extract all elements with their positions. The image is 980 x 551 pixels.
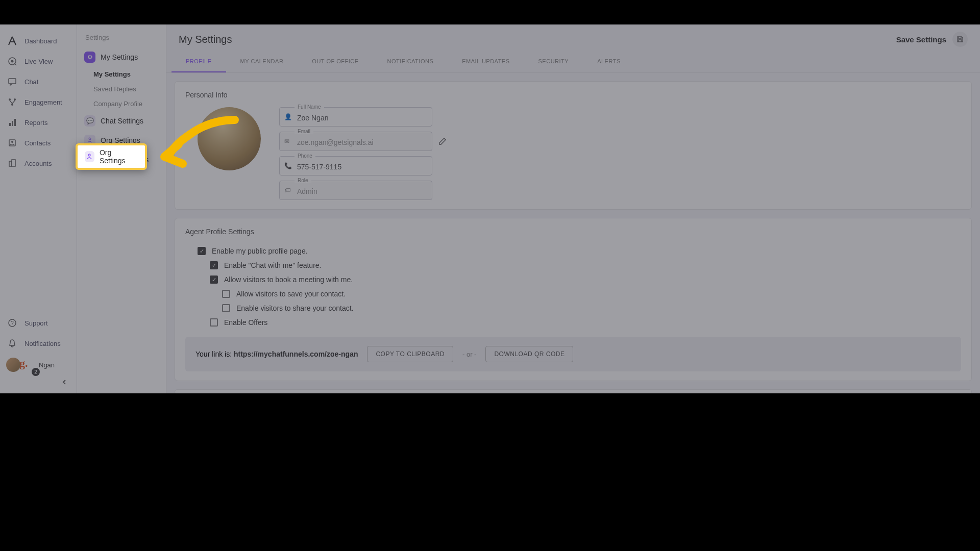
- opt-chat-with-me[interactable]: ✓ Enable "Chat with me" feature.: [185, 258, 961, 272]
- link-prefix: Your link is:: [195, 350, 234, 358]
- opt-label: Allow visitors to save your contact.: [236, 290, 346, 298]
- engagement-icon: [7, 97, 17, 107]
- opt-label: Enable Offers: [224, 318, 267, 327]
- checkbox[interactable]: [222, 290, 230, 298]
- tab-notifications[interactable]: NOTIFICATIONS: [373, 51, 448, 72]
- help-icon: ?: [7, 318, 17, 328]
- nav-logo[interactable]: Dashboard: [0, 31, 77, 51]
- checkbox[interactable]: [210, 318, 218, 327]
- or-separator: - or -: [462, 350, 476, 358]
- nav-contacts[interactable]: Contacts: [0, 133, 77, 153]
- opt-label: Enable visitors to share your contact.: [236, 304, 354, 312]
- bell-icon: [7, 338, 17, 348]
- checkbox[interactable]: [222, 304, 230, 312]
- role-input: [279, 181, 432, 200]
- personal-info-card: Personal Info 👤 Full Name ✉ Email: [175, 81, 972, 210]
- svg-point-1: [11, 60, 14, 63]
- download-qr-button[interactable]: DOWNLOAD QR CODE: [485, 346, 573, 362]
- g-badge: g.: [19, 357, 28, 370]
- tabs: PROFILE MY CALENDAR OUT OF OFFICE NOTIFI…: [166, 51, 980, 73]
- profile-avatar[interactable]: [198, 107, 261, 170]
- svg-point-17: [88, 154, 90, 156]
- link-url: https://mychatfunnels.com/zoe-ngan: [234, 350, 358, 358]
- svg-rect-6: [9, 123, 11, 126]
- nav-label: Chat: [24, 78, 38, 86]
- nav-label: Engagement: [24, 98, 62, 106]
- edit-email-button[interactable]: [438, 137, 447, 145]
- tab-security[interactable]: SECURITY: [524, 51, 583, 72]
- gear-icon: ⚙: [84, 52, 95, 63]
- checkbox[interactable]: ✓: [210, 261, 218, 269]
- tab-profile[interactable]: PROFILE: [172, 51, 226, 72]
- field-label: Phone: [295, 153, 315, 159]
- nav-liveview[interactable]: Live View: [0, 51, 77, 71]
- role-icon: 🏷: [284, 187, 290, 194]
- copy-clipboard-button[interactable]: COPY TO CLIPBOARD: [367, 346, 453, 362]
- svg-point-3: [9, 98, 11, 101]
- nav-chat[interactable]: Chat: [0, 71, 77, 92]
- nav-engagement[interactable]: Engagement: [0, 92, 77, 112]
- card-title: Personal Info: [185, 91, 961, 99]
- nav-rail: Dashboard Live View Chat Engagement Repo…: [0, 24, 77, 393]
- org-icon: [85, 151, 94, 162]
- email-icon: ✉: [284, 138, 289, 145]
- tab-calendar[interactable]: MY CALENDAR: [226, 51, 298, 72]
- logo-icon: [7, 36, 17, 46]
- pencil-icon: [438, 137, 447, 145]
- chat-settings-icon: 💬: [84, 115, 95, 127]
- opt-label: Allow visitors to book a meeting with me…: [224, 276, 353, 284]
- settings-group-mysettings[interactable]: ⚙ My Settings: [77, 47, 166, 67]
- opt-label: Enable "Chat with me" feature.: [224, 261, 321, 269]
- field-label: Full Name: [295, 104, 324, 110]
- reports-icon: [7, 117, 17, 128]
- tab-emailupdates[interactable]: EMAIL UPDATES: [448, 51, 524, 72]
- accounts-icon: [7, 158, 17, 168]
- opt-label: Enable my public profile page.: [212, 247, 308, 255]
- nav-accounts[interactable]: Accounts: [0, 153, 77, 173]
- tab-ooo[interactable]: OUT OF OFFICE: [298, 51, 373, 72]
- full-name-input[interactable]: [279, 107, 432, 127]
- collapse-nav-button[interactable]: [0, 376, 77, 388]
- settings-column: Settings ⚙ My Settings My Settings Saved…: [77, 24, 166, 393]
- field-label: Email: [295, 129, 313, 134]
- user-menu[interactable]: g. Ngan 2: [0, 354, 77, 376]
- tab-alerts[interactable]: ALERTS: [583, 51, 635, 72]
- notification-count: 2: [32, 368, 40, 376]
- svg-point-4: [14, 98, 16, 101]
- avatar: [6, 358, 20, 372]
- highlight-label: Org Settings: [100, 148, 134, 165]
- settings-sub-mysettings[interactable]: My Settings: [77, 67, 166, 82]
- svg-rect-7: [12, 121, 13, 126]
- opt-public-profile[interactable]: ✓ Enable my public profile page.: [185, 244, 961, 258]
- card-title: Agent Profile Settings: [185, 228, 961, 236]
- settings-sub-savedreplies[interactable]: Saved Replies: [77, 82, 166, 96]
- save-settings-button[interactable]: [952, 32, 968, 47]
- settings-group-chat[interactable]: 💬 Chat Settings: [77, 111, 166, 131]
- nav-label: Live View: [24, 58, 53, 65]
- nav-support[interactable]: ? Support: [0, 313, 77, 333]
- next-card-peek: [175, 389, 972, 393]
- nav-label: Reports: [24, 119, 48, 127]
- settings-sub-companyprofile[interactable]: Company Profile: [77, 96, 166, 111]
- main-content: My Settings Save Settings PROFILE MY CAL…: [166, 24, 980, 393]
- checkbox[interactable]: ✓: [210, 276, 218, 284]
- svg-rect-8: [14, 119, 16, 126]
- phone-icon: 📞: [284, 162, 292, 169]
- opt-offers[interactable]: Enable Offers: [185, 315, 961, 330]
- svg-text:?: ?: [11, 320, 14, 326]
- svg-point-5: [11, 104, 13, 106]
- profile-link-box: Your link is: https://mychatfunnels.com/…: [185, 337, 961, 371]
- phone-input[interactable]: [279, 156, 432, 176]
- chat-icon: [7, 77, 17, 87]
- nav-label: Accounts: [24, 160, 52, 167]
- opt-save-contact[interactable]: Allow visitors to save your contact.: [185, 287, 961, 301]
- opt-share-contact[interactable]: Enable visitors to share your contact.: [185, 301, 961, 315]
- opt-book-meeting[interactable]: ✓ Allow visitors to book a meeting with …: [185, 272, 961, 287]
- nav-label: Notifications: [24, 340, 61, 347]
- checkbox[interactable]: ✓: [198, 247, 206, 255]
- nav-label: Contacts: [24, 139, 51, 147]
- svg-point-10: [11, 141, 13, 143]
- nav-reports[interactable]: Reports: [0, 112, 77, 133]
- group-label: My Settings: [101, 53, 138, 61]
- nav-notifications[interactable]: Notifications: [0, 333, 77, 354]
